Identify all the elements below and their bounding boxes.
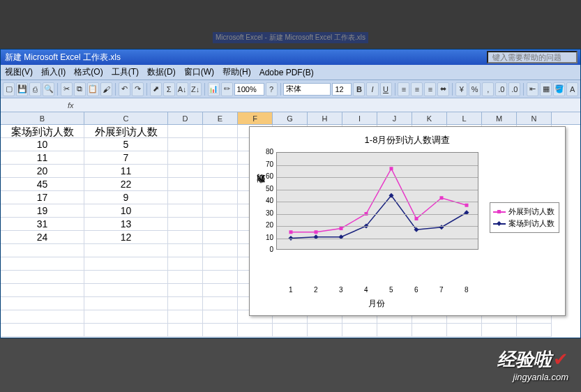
cell[interactable] (168, 244, 203, 257)
zoom-input[interactable]: 100% (234, 83, 264, 96)
column-header[interactable]: L (447, 112, 482, 124)
cell[interactable]: 12 (84, 231, 168, 244)
cell[interactable]: 22 (84, 178, 168, 191)
italic-icon[interactable]: I (366, 82, 378, 96)
sort-asc-icon[interactable]: A↓ (176, 82, 188, 96)
new-icon[interactable]: ▢ (3, 82, 15, 96)
titlebar[interactable]: 新建 Microsoft Excel 工作表.xls (1, 50, 580, 65)
bold-icon[interactable]: B (353, 82, 365, 96)
fill-color-icon[interactable]: 🪣 (553, 82, 565, 96)
menu-help[interactable]: 帮助(H) (218, 66, 255, 78)
comma-icon[interactable]: , (482, 82, 494, 96)
cell[interactable] (203, 151, 238, 165)
column-header[interactable]: G (273, 112, 308, 124)
cell[interactable]: 外展到访人数 (84, 125, 168, 138)
indent-icon[interactable]: ⇤ (527, 82, 538, 96)
cell[interactable] (168, 204, 203, 218)
cell[interactable] (203, 125, 238, 138)
increase-decimal-icon[interactable]: .0 (495, 82, 507, 96)
cell[interactable] (84, 310, 168, 324)
cell[interactable] (84, 284, 168, 297)
cell[interactable] (168, 125, 203, 138)
cell[interactable] (203, 284, 238, 297)
chart-icon[interactable]: 📊 (208, 82, 220, 96)
embedded-chart[interactable]: 1-8月份到访人数调查 到访人数 月份 01020304050607080 12… (249, 126, 566, 316)
cell[interactable] (1, 271, 84, 284)
cell[interactable]: 案场到访人数 (1, 125, 84, 138)
undo-icon[interactable]: ↶ (119, 82, 130, 96)
cell[interactable]: 13 (84, 218, 168, 231)
cell[interactable]: 7 (84, 151, 168, 165)
cell[interactable] (168, 271, 203, 284)
sum-icon[interactable]: Σ (163, 82, 175, 96)
cell[interactable] (168, 165, 203, 178)
cell[interactable] (377, 324, 412, 337)
menu-insert[interactable]: 插入(I) (37, 66, 70, 78)
cell[interactable] (203, 297, 238, 310)
format-painter-icon[interactable]: 🖌 (100, 82, 112, 96)
merge-icon[interactable]: ⬌ (437, 82, 449, 96)
help-search-input[interactable] (487, 51, 578, 63)
paste-icon[interactable]: 📋 (87, 82, 99, 96)
column-header[interactable]: J (377, 112, 412, 124)
align-right-icon[interactable]: ≡ (424, 82, 436, 96)
cell[interactable] (168, 297, 203, 310)
cell[interactable]: 10 (1, 138, 84, 151)
redo-icon[interactable]: ↷ (132, 82, 144, 96)
align-center-icon[interactable]: ≡ (411, 82, 423, 96)
print-icon[interactable]: ⎙ (29, 82, 41, 96)
cell[interactable] (1, 324, 84, 337)
preview-icon[interactable]: 🔍 (43, 82, 54, 96)
cell[interactable] (168, 324, 203, 337)
cell[interactable] (203, 178, 238, 191)
sort-desc-icon[interactable]: Z↓ (190, 82, 202, 96)
currency-icon[interactable]: ¥ (455, 82, 467, 96)
menu-format[interactable]: 格式(O) (70, 66, 107, 78)
column-header[interactable]: N (517, 112, 552, 124)
column-header[interactable]: M (482, 112, 517, 124)
column-header[interactable]: B (1, 112, 84, 124)
cell[interactable] (168, 138, 203, 151)
menu-data[interactable]: 数据(D) (143, 66, 180, 78)
cell[interactable] (1, 310, 84, 324)
cell[interactable] (482, 324, 517, 337)
cell[interactable] (342, 324, 377, 337)
cell[interactable]: 24 (1, 231, 84, 244)
cell[interactable] (203, 204, 238, 218)
menu-adobe-pdf[interactable]: Adobe PDF(B) (255, 68, 318, 77)
cell[interactable] (1, 257, 84, 271)
font-size-select[interactable]: 12 (332, 83, 352, 96)
cell[interactable]: 10 (84, 204, 168, 218)
font-select[interactable]: 宋体 (283, 83, 331, 96)
cell[interactable] (447, 324, 482, 337)
cell[interactable] (168, 191, 203, 204)
cell[interactable]: 20 (1, 165, 84, 178)
column-header[interactable]: I (342, 112, 377, 124)
cell[interactable] (203, 231, 238, 244)
link-icon[interactable]: ⬈ (150, 82, 162, 96)
cell[interactable] (517, 324, 552, 337)
cell[interactable]: 31 (1, 218, 84, 231)
cut-icon[interactable]: ✂ (61, 82, 73, 96)
font-color-icon[interactable]: A (566, 82, 578, 96)
cell[interactable]: 19 (1, 204, 84, 218)
column-header[interactable]: K (412, 112, 447, 124)
cell[interactable] (168, 178, 203, 191)
column-header[interactable]: F (238, 112, 273, 124)
borders-icon[interactable]: ▦ (540, 82, 552, 96)
cell[interactable] (84, 257, 168, 271)
cell[interactable]: 45 (1, 178, 84, 191)
column-header[interactable]: C (84, 112, 168, 124)
cell[interactable] (203, 324, 238, 337)
cell[interactable] (203, 257, 238, 271)
column-header[interactable]: E (203, 112, 238, 124)
cell[interactable] (1, 244, 84, 257)
cell[interactable] (238, 324, 273, 337)
menu-tools[interactable]: 工具(T) (107, 66, 143, 78)
cell[interactable] (84, 297, 168, 310)
cell[interactable] (412, 324, 447, 337)
cell[interactable] (84, 271, 168, 284)
cell[interactable] (84, 244, 168, 257)
cell[interactable]: 17 (1, 191, 84, 204)
cell[interactable] (1, 284, 84, 297)
